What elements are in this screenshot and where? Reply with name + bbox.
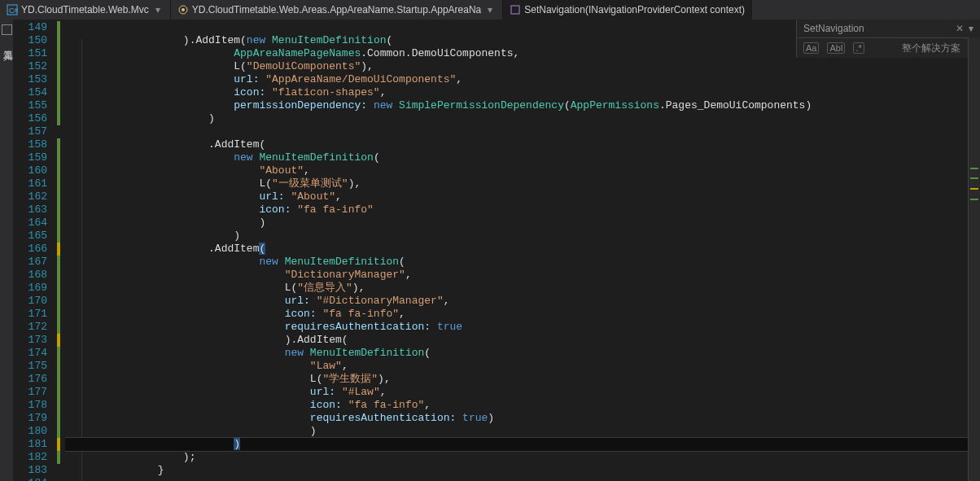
- code-line[interactable]: );: [65, 451, 980, 464]
- code-line[interactable]: requiresAuthentication: true: [65, 321, 980, 334]
- svg-rect-4: [511, 6, 519, 14]
- method-icon: [510, 4, 521, 15]
- code-line[interactable]: [65, 477, 980, 481]
- line-number: 154: [13, 86, 55, 99]
- line-number: 153: [13, 73, 55, 86]
- code-line[interactable]: icon: "flaticon-shapes",: [65, 86, 980, 99]
- breadcrumb-tabs: C# YD.CloudTimetable.Web.Mvc ▾ YD.CloudT…: [0, 0, 980, 20]
- line-number: 178: [13, 399, 55, 412]
- line-number: 155: [13, 99, 55, 112]
- tab-project[interactable]: C# YD.CloudTimetable.Web.Mvc ▾: [0, 0, 171, 20]
- line-number: 174: [13, 347, 55, 360]
- line-number: 175: [13, 360, 55, 373]
- find-title: SetNavigation: [803, 23, 864, 34]
- line-number: 159: [13, 151, 55, 164]
- scroll-mark: [970, 168, 978, 169]
- line-number: 152: [13, 60, 55, 73]
- editor-main: 1491501511521531541551561571581591601611…: [13, 20, 980, 481]
- scroll-mark: [970, 199, 978, 200]
- line-number: 167: [13, 256, 55, 269]
- find-panel: SetNavigation ✕ ▾ Aa Abl .* 整个解决方案 ▾: [796, 20, 980, 58]
- scroll-mark: [970, 177, 978, 179]
- line-number: 169: [13, 282, 55, 295]
- vertical-scrollbar[interactable]: [968, 37, 980, 481]
- code-line[interactable]: new MenuItemDefinition(: [65, 256, 980, 269]
- code-line[interactable]: ): [65, 438, 980, 451]
- line-number: 173: [13, 334, 55, 347]
- code-line[interactable]: L("一级菜单测试"),: [65, 177, 980, 190]
- line-number: 164: [13, 216, 55, 230]
- class-icon: [177, 4, 189, 15]
- code-line[interactable]: }: [65, 464, 980, 477]
- tab-label: SetNavigation(INavigationProviderContext…: [524, 4, 745, 15]
- line-number: 158: [13, 138, 55, 151]
- line-number: 183: [13, 464, 55, 477]
- code-line[interactable]: .AddItem(: [65, 138, 980, 151]
- line-number: 161: [13, 177, 55, 190]
- chevron-down-icon[interactable]: ▾: [969, 23, 973, 34]
- code-line[interactable]: new MenuItemDefinition(: [65, 151, 980, 164]
- line-number: 170: [13, 295, 55, 308]
- toolbox-icon: [2, 24, 12, 35]
- line-number: 184: [13, 477, 55, 481]
- line-number: 171: [13, 308, 55, 321]
- line-number: 181: [13, 438, 55, 451]
- tab-label: YD.CloudTimetable.Web.Mvc: [21, 4, 149, 15]
- regex-toggle[interactable]: .*: [853, 42, 864, 54]
- tab-namespace[interactable]: YD.CloudTimetable.Web.Areas.AppAreaName.…: [171, 0, 504, 20]
- svg-point-3: [182, 8, 185, 11]
- code-line[interactable]: permissionDependency: new SimplePermissi…: [65, 99, 980, 112]
- left-toolbox-strip[interactable]: 工具箱: [0, 20, 13, 481]
- code-line[interactable]: ): [65, 425, 980, 438]
- tab-label: YD.CloudTimetable.Web.Areas.AppAreaName.…: [192, 4, 482, 15]
- whole-word-toggle[interactable]: Abl: [827, 42, 845, 54]
- line-number: 180: [13, 425, 55, 438]
- scope-label: 整个解决方案: [902, 42, 960, 55]
- match-case-toggle[interactable]: Aa: [803, 42, 819, 54]
- code-line[interactable]: icon: "fa fa-info",: [65, 308, 980, 321]
- code-line[interactable]: "Law",: [65, 360, 980, 373]
- tab-member[interactable]: SetNavigation(INavigationProviderContext…: [503, 0, 752, 20]
- chevron-down-icon[interactable]: ▾: [484, 4, 496, 15]
- code-line[interactable]: "DictionaryManager",: [65, 269, 980, 282]
- line-number: 165: [13, 230, 55, 243]
- code-line[interactable]: [65, 125, 980, 138]
- line-number: 157: [13, 125, 55, 138]
- code-line[interactable]: icon: "fa fa-info",: [65, 399, 980, 412]
- scroll-mark: [970, 188, 978, 190]
- code-area[interactable]: ).AddItem(new MenuItemDefinition( AppAre…: [65, 20, 980, 481]
- line-number: 176: [13, 373, 55, 386]
- chevron-down-icon[interactable]: ▾: [152, 4, 164, 15]
- line-number: 163: [13, 203, 55, 216]
- pin-icon[interactable]: ✕: [956, 23, 964, 34]
- line-number: 179: [13, 412, 55, 425]
- code-line[interactable]: url: "#Law",: [65, 386, 980, 399]
- code-line[interactable]: new MenuItemDefinition(: [65, 347, 980, 360]
- svg-text:C#: C#: [9, 7, 18, 15]
- line-number: 162: [13, 190, 55, 203]
- find-options-row: Aa Abl .* 整个解决方案 ▾: [797, 38, 980, 58]
- line-number: 149: [13, 21, 55, 34]
- line-number: 168: [13, 269, 55, 282]
- code-line[interactable]: L("DemoUiComponents"),: [65, 60, 980, 73]
- code-line[interactable]: L("学生数据"),: [65, 373, 980, 386]
- line-number: 172: [13, 321, 55, 334]
- line-number: 182: [13, 451, 55, 464]
- line-number: 150: [13, 34, 55, 47]
- code-line[interactable]: url: "About",: [65, 190, 980, 203]
- code-line[interactable]: L("信息导入"),: [65, 282, 980, 295]
- line-number: 177: [13, 386, 55, 399]
- code-line[interactable]: .AddItem(: [65, 243, 980, 256]
- code-line[interactable]: ): [65, 112, 980, 125]
- code-line[interactable]: ): [65, 216, 980, 230]
- code-line[interactable]: url: "#DictionaryManager",: [65, 295, 980, 308]
- line-number: 160: [13, 164, 55, 177]
- change-marks: [55, 20, 65, 481]
- code-line[interactable]: requiresAuthentication: true): [65, 412, 980, 425]
- code-line[interactable]: url: "AppAreaName/DemoUiComponents",: [65, 73, 980, 86]
- code-line[interactable]: ): [65, 230, 980, 243]
- code-line[interactable]: ).AddItem(: [65, 334, 980, 347]
- code-line[interactable]: "About",: [65, 164, 980, 177]
- code-line[interactable]: icon: "fa fa-info": [65, 203, 980, 216]
- line-number: 166: [13, 243, 55, 256]
